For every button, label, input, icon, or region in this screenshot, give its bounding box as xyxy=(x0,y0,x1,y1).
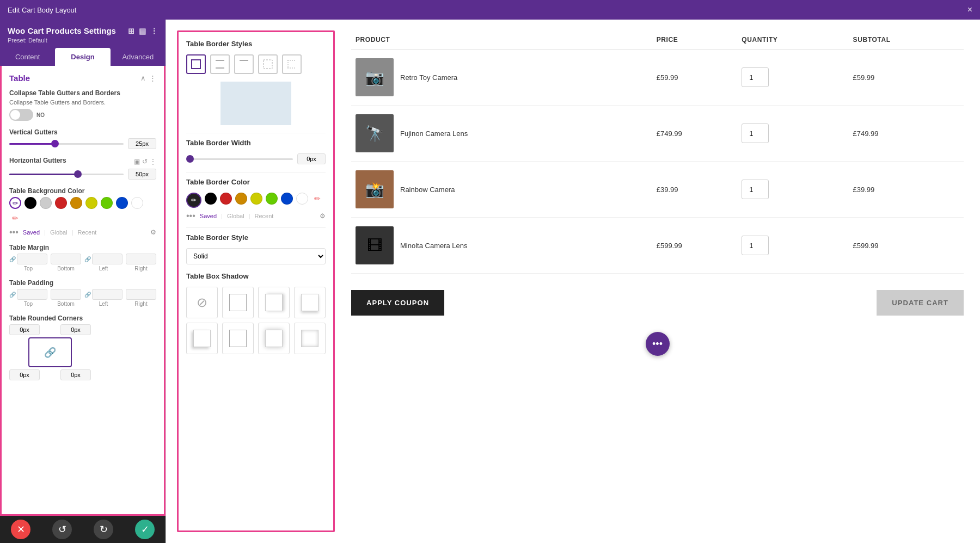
color-swatch-black[interactable] xyxy=(24,197,36,209)
vertical-gutters-value[interactable] xyxy=(128,138,156,149)
horizontal-gutters-value[interactable] xyxy=(128,169,156,180)
bc-swatch-red[interactable] xyxy=(220,193,232,205)
margin-bottom-input[interactable] xyxy=(51,254,81,264)
shadow-bottom[interactable] xyxy=(294,287,326,318)
bc-swatch-green[interactable] xyxy=(266,193,278,205)
color-active-picker[interactable]: ✏ xyxy=(9,197,21,209)
padding-top-link[interactable]: 🔗 xyxy=(9,292,16,298)
padding-right-input[interactable] xyxy=(126,289,156,300)
cancel-button[interactable]: ✕ xyxy=(11,520,30,539)
product-qty-cell-0 xyxy=(737,50,848,106)
bc-swatch-orange[interactable] xyxy=(235,193,247,205)
qty-input-2[interactable] xyxy=(742,180,769,199)
apply-coupon-button[interactable]: APPLY COUPON xyxy=(351,290,444,316)
svg-rect-0 xyxy=(192,60,200,69)
rounded-br-input[interactable] xyxy=(60,369,91,380)
bc-pencil-icon[interactable]: ✏ xyxy=(311,193,323,205)
shadow-bottom-left[interactable] xyxy=(186,323,218,354)
color-swatch-orange[interactable] xyxy=(70,197,82,209)
shadow-solid[interactable] xyxy=(222,287,254,318)
rounded-tl-input[interactable] xyxy=(9,324,40,335)
tab-advanced[interactable]: Advanced xyxy=(111,48,166,66)
redo-button[interactable]: ↻ xyxy=(94,520,113,539)
color-swatch-red[interactable] xyxy=(55,197,67,209)
border-color-active[interactable]: ✏ xyxy=(186,193,201,208)
color-swatch-gray[interactable] xyxy=(40,197,52,209)
section-more-icon[interactable]: ⋮ xyxy=(149,74,156,82)
toggle-label: NO xyxy=(36,112,45,118)
color-pencil-icon[interactable]: ✏ xyxy=(9,212,21,224)
padding-left-link[interactable]: 🔗 xyxy=(84,292,91,298)
undo-button[interactable]: ↺ xyxy=(52,520,72,539)
rounded-bl-input[interactable] xyxy=(9,369,40,380)
bc-saved[interactable]: Saved xyxy=(200,213,217,219)
border-style-custom[interactable] xyxy=(282,54,302,74)
collapse-toggle[interactable] xyxy=(9,109,33,121)
link-icon[interactable]: 🔗 xyxy=(44,347,56,359)
margin-left-link[interactable]: 🔗 xyxy=(84,256,91,262)
color-swatch-blue[interactable] xyxy=(116,197,128,209)
color-swatch-white[interactable] xyxy=(131,197,143,209)
vertical-gutters-slider[interactable] xyxy=(9,143,124,145)
tab-content[interactable]: Content xyxy=(0,48,55,66)
color-more-icon[interactable]: ••• xyxy=(9,227,19,237)
product-price-2: £39.99 xyxy=(652,162,738,218)
bc-recent[interactable]: Recent xyxy=(255,213,274,219)
color-swatch-yellow[interactable] xyxy=(85,197,97,209)
shadow-center[interactable] xyxy=(222,323,254,354)
color-settings-icon[interactable]: ⚙ xyxy=(150,229,156,236)
reset-h-icon[interactable]: ↺ xyxy=(142,158,148,165)
margin-left-input[interactable] xyxy=(92,254,122,264)
bc-swatch-black[interactable] xyxy=(205,193,217,205)
toggle-knob xyxy=(10,110,20,120)
border-style-top[interactable] xyxy=(234,54,254,74)
color-global[interactable]: Global xyxy=(50,229,68,236)
bc-swatch-yellow[interactable] xyxy=(250,193,262,205)
margin-top-label: Top xyxy=(24,266,33,272)
floating-more-button[interactable]: ••• xyxy=(646,332,670,356)
bc-swatch-white[interactable] xyxy=(296,193,308,205)
close-button[interactable]: × xyxy=(967,5,972,14)
more-h-icon[interactable]: ⋮ xyxy=(150,158,156,165)
shadow-right[interactable] xyxy=(258,287,290,318)
collapse-icon[interactable]: ∧ xyxy=(140,74,146,82)
save-button[interactable]: ✓ xyxy=(135,520,155,539)
rounded-tr-input[interactable] xyxy=(60,324,91,335)
product-cell-3: 🎞 Minolta Camera Lens xyxy=(351,218,652,274)
margin-right-input[interactable] xyxy=(126,254,156,264)
margin-top-input[interactable] xyxy=(17,254,47,264)
more-icon[interactable]: ⋮ xyxy=(150,27,158,35)
bc-more-icon[interactable]: ••• xyxy=(186,211,195,221)
color-swatch-green[interactable] xyxy=(101,197,113,209)
update-cart-button[interactable]: UPDATE CART xyxy=(877,290,964,316)
shadow-outer[interactable] xyxy=(258,323,290,354)
product-cell-1: 🔭 Fujinon Camera Lens xyxy=(351,106,652,162)
padding-top-input[interactable] xyxy=(17,289,47,300)
qty-input-1[interactable] xyxy=(742,124,769,143)
color-recent[interactable]: Recent xyxy=(78,229,97,236)
color-saved[interactable]: Saved xyxy=(23,229,40,236)
border-style-all[interactable] xyxy=(186,54,206,74)
shadow-inner[interactable] xyxy=(294,323,326,354)
border-style-topbottom[interactable] xyxy=(210,54,230,74)
border-style-outer[interactable] xyxy=(258,54,278,74)
qty-input-3[interactable] xyxy=(742,236,769,255)
bc-settings-icon[interactable]: ⚙ xyxy=(320,212,326,220)
layout-icon[interactable]: ▤ xyxy=(139,27,146,35)
horizontal-gutters-label: Horizontal Gutters xyxy=(9,157,66,164)
responsive-h-icon[interactable]: ▣ xyxy=(134,158,140,165)
border-width-slider[interactable] xyxy=(186,158,293,160)
bc-global[interactable]: Global xyxy=(227,213,244,219)
panel-preset[interactable]: Preset: Default xyxy=(8,37,158,44)
border-width-value[interactable] xyxy=(297,153,326,164)
bc-swatch-blue[interactable] xyxy=(281,193,293,205)
padding-bottom-input[interactable] xyxy=(51,289,81,300)
tab-design[interactable]: Design xyxy=(55,48,110,66)
responsive-icon[interactable]: ⊞ xyxy=(128,27,134,35)
horizontal-gutters-slider[interactable] xyxy=(9,174,124,175)
shadow-none[interactable]: ⊘ xyxy=(186,287,218,318)
margin-top-link[interactable]: 🔗 xyxy=(9,256,16,262)
padding-left-input[interactable] xyxy=(92,289,122,300)
border-style-select[interactable]: Solid Dashed Dotted Double xyxy=(186,248,326,264)
qty-input-0[interactable] xyxy=(742,67,769,87)
